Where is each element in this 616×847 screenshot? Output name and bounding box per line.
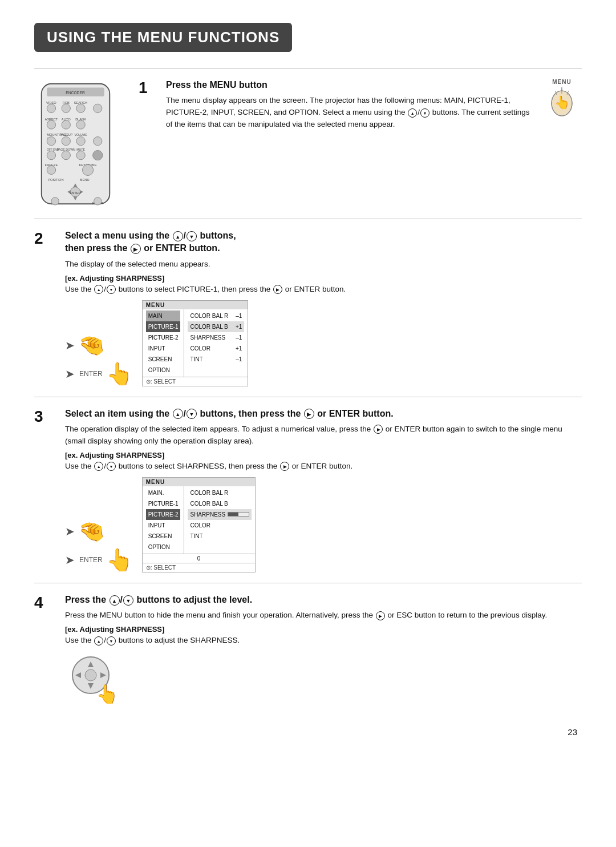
step4-body-right-icon: [376, 611, 385, 620]
svg-point-30: [93, 150, 103, 160]
step3-hand-images: ➤ 🤏 ➤ ENTER 👆: [65, 519, 133, 572]
step4-down-icon: [123, 595, 133, 606]
svg-point-45: [51, 197, 59, 205]
section-1: ENCODER VIDEO RGB SEARCH ASPECT AUTO BLA…: [34, 68, 582, 219]
step3-number: 3: [34, 409, 55, 425]
section-4: 4 Press the / buttons to adjust the leve…: [34, 583, 582, 717]
svg-point-8: [76, 104, 85, 112]
step2-hand-images: ➤ 🤏 ➤ ENTER 👆: [65, 333, 133, 386]
svg-point-46: [94, 197, 102, 205]
remote-control-image: ENCODER VIDEO RGB SEARCH ASPECT AUTO BLA…: [34, 81, 123, 208]
step1-title: Press the MENU button: [166, 79, 536, 91]
step1-number: 1: [139, 80, 159, 96]
step3b-right-icon: [280, 462, 289, 471]
step3-enter-label: ENTER: [79, 556, 103, 564]
step4-hand-image: 👆: [65, 654, 582, 707]
svg-point-59: [85, 669, 96, 681]
step2b-right-icon: [273, 285, 282, 294]
step3-menu-table: MENU MAIN. PICTURE-1 PICTURE-2 INPUT SCR…: [142, 477, 256, 572]
step3b-down-icon: [107, 462, 116, 471]
svg-point-13: [47, 120, 55, 129]
step3-down-icon: [187, 409, 197, 419]
svg-text:VOLUME: VOLUME: [75, 133, 88, 136]
svg-text:MENU: MENU: [80, 178, 90, 182]
step3-menu-header: MENU: [143, 478, 255, 486]
step2-menu-col-right: COLOR BAL R–1 COLOR BAL B+1 SHARPNESS–1 …: [184, 309, 248, 377]
step2-enter-label: ENTER: [79, 370, 103, 378]
step3-title: Select an item using the / buttons, then…: [65, 408, 582, 420]
svg-point-22: [76, 137, 85, 146]
svg-point-23: [94, 137, 102, 146]
svg-text:👆: 👆: [554, 95, 570, 110]
step4-up-icon: [110, 595, 120, 606]
svg-point-7: [62, 104, 70, 112]
svg-point-27: [47, 151, 55, 159]
svg-point-6: [47, 104, 55, 112]
step3-up-icon: [173, 409, 183, 419]
step2-up-icon: [173, 231, 183, 241]
svg-point-28: [62, 151, 70, 159]
step4-content: Press the / buttons to adjust the level.…: [65, 594, 582, 707]
svg-text:PAGE UP: PAGE UP: [59, 133, 72, 136]
svg-point-20: [47, 137, 55, 146]
step2b-down-icon: [107, 285, 116, 294]
step2-menu-footer: ⊙: SELECT: [143, 377, 248, 386]
step3-arrow-icon-2: ➤: [65, 553, 75, 567]
down-arrow-icon: [420, 108, 429, 118]
step3-body2: Use the / buttons to select SHARPNESS, t…: [65, 461, 582, 473]
page-number: 23: [34, 727, 582, 737]
svg-point-33: [47, 166, 55, 174]
sharpness-slider: [228, 512, 249, 517]
step3-menu-footer: ⊙: SELECT: [143, 563, 255, 572]
step3-menu-col-right: COLOR BAL R COLOR BAL B SHARPNESS COLOR …: [184, 486, 255, 554]
svg-text:ENCODER: ENCODER: [66, 91, 85, 95]
step1-hand-image: MENU 👆: [542, 79, 582, 123]
step2-down-icon: [187, 231, 197, 241]
step2-ex-label: [ex. Adjusting SHARPNESS]: [65, 274, 582, 283]
step3-body-right-icon: [374, 425, 383, 434]
step3-slider-value: 0: [143, 554, 255, 563]
step2-arrow-icon: ➤: [65, 338, 75, 352]
step3-arrow-icon: ➤: [65, 525, 75, 538]
step2-arrow-icon-2: ➤: [65, 367, 75, 381]
step2-title: Select a menu using the / buttons, then …: [65, 229, 582, 255]
svg-point-21: [62, 137, 70, 146]
step2-hand-icon-1: 🤏: [78, 333, 105, 358]
step2-right-icon: [131, 244, 141, 254]
step2-images-area: ➤ 🤏 ➤ ENTER 👆 MENU MAIN PICTURE-1 PICTUR…: [65, 299, 582, 386]
section-2: 2 Select a menu using the / buttons, the…: [34, 219, 582, 397]
step4b-up-icon: [94, 636, 103, 646]
step2-hand-icon-2: 👆: [106, 361, 133, 386]
svg-text:👆: 👆: [96, 683, 116, 705]
step3-body1: The operation display of the selected it…: [65, 424, 582, 447]
step3-ex-label: [ex. Adjusting SHARPNESS]: [65, 451, 582, 459]
up-arrow-icon: [408, 108, 417, 118]
step4-title: Press the / buttons to adjust the level.: [65, 594, 582, 606]
step4-body1: Press the MENU button to hide the menu a…: [65, 610, 582, 622]
step3-menu-col-left: MAIN. PICTURE-1 PICTURE-2 INPUT SCREEN O…: [143, 486, 185, 554]
step2-menu-header: MENU: [143, 301, 248, 309]
step2-menu-col-left: MAIN PICTURE-1 PICTURE-2 INPUT SCREEN OP…: [143, 309, 185, 377]
step3-right-icon: [304, 409, 314, 419]
step2b-up-icon: [94, 285, 103, 294]
step3-images-area: ➤ 🤏 ➤ ENTER 👆 MENU MAIN. PICTURE-1 PICTU…: [65, 476, 582, 572]
svg-point-14: [62, 120, 70, 129]
step4-body2: Use the / buttons to adjust the SHARPNES…: [65, 635, 582, 647]
step2-body2: Use the / buttons to select PICTURE-1, t…: [65, 284, 582, 296]
page-title: USING THE MENU FUNCTIONS: [34, 23, 292, 52]
step3-content: Select an item using the / buttons, then…: [65, 408, 582, 572]
svg-point-29: [76, 151, 85, 159]
svg-point-34: [82, 164, 93, 175]
step1-content: 1 Press the MENU button The menu display…: [139, 79, 582, 134]
step4-ex-label: [ex. Adjusting SHARPNESS]: [65, 625, 582, 634]
step4b-down-icon: [107, 636, 116, 646]
step1-body: The menu display appears on the screen. …: [166, 95, 536, 131]
step2-content: Select a menu using the / buttons, then …: [65, 229, 582, 386]
step2-body1: The display of the selected menu appears…: [65, 259, 582, 271]
step4-number: 4: [34, 595, 55, 611]
step3-hand-icon-2: 👆: [106, 547, 133, 572]
step3b-up-icon: [94, 462, 103, 471]
step3-hand-icon-1: 🤏: [78, 519, 105, 544]
svg-point-9: [94, 104, 102, 112]
step2-number: 2: [34, 231, 55, 247]
